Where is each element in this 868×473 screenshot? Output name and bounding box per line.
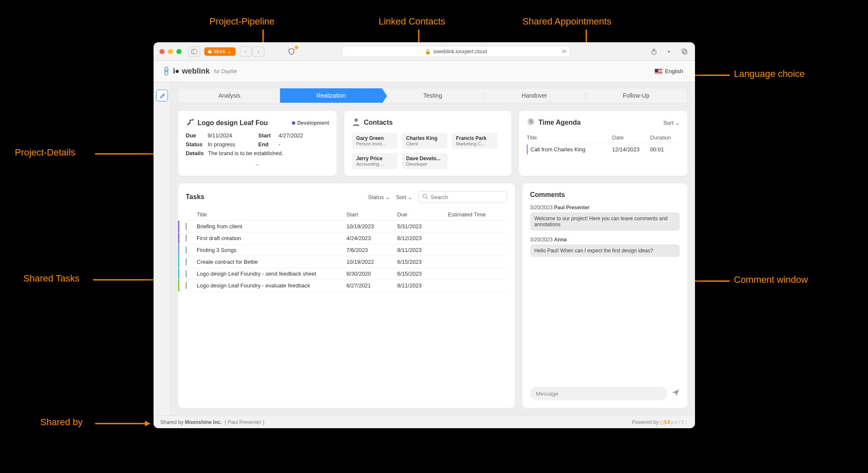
task-row[interactable]: Briefing from client 10/19/2023 5/31/202… [186, 221, 507, 232]
contact-name: Francis Park [456, 135, 493, 141]
task-start: 10/19/2022 [346, 259, 397, 265]
svg-marker-15 [145, 421, 150, 426]
task-row[interactable]: Logo design Leaf Foundry - evaluate feed… [186, 280, 507, 292]
expand-details-button[interactable]: ⌄ [186, 161, 329, 167]
agenda-col-date: Date [612, 134, 650, 141]
contacts-card: Contacts Gary GreenPerson invol...Charle… [344, 111, 511, 176]
end-value: - [279, 141, 330, 148]
privacy-shield-button[interactable] [286, 46, 297, 57]
svg-point-23 [354, 118, 358, 122]
chevron-down-icon: ⌄ [408, 194, 412, 200]
close-window-button[interactable] [159, 49, 165, 54]
tab-work[interactable]: Work ⌄ [204, 47, 236, 56]
svg-rect-19 [209, 50, 211, 51]
share-button[interactable] [649, 48, 659, 55]
comment-author: Paul Presenter [554, 205, 590, 211]
task-start: 6/27/2021 [346, 282, 397, 289]
project-details-card: Logo design Leaf Fou Development Due 9/1… [178, 111, 337, 176]
comment-text: Welcome to our project! Here you can lea… [530, 212, 680, 231]
svg-line-26 [426, 198, 428, 199]
task-row[interactable]: First draft creation 4/24/2023 6/12/2023 [186, 232, 507, 244]
task-title: Finding 3 Songs [197, 247, 346, 253]
tabs-overview-button[interactable] [680, 48, 689, 55]
browser-window: Work ⌄ ‹ › 🔒 ioweblink.iosxpert.cloud ⟳ … [154, 42, 695, 428]
contact-chip[interactable]: Gary GreenPerson invol... [352, 133, 398, 149]
contact-role: Developer [406, 161, 443, 167]
svg-rect-22 [683, 50, 687, 54]
comment-placeholder: Message [536, 391, 558, 397]
tasks-col-due: Due [397, 211, 448, 218]
brand-subtitle: for Daylite [214, 68, 237, 74]
tasks-col-est: Estimated Time [448, 211, 507, 218]
stage-testing[interactable]: Testing [382, 88, 483, 103]
task-title: First draft creation [197, 235, 346, 241]
comment-input[interactable]: Message [530, 387, 667, 400]
tasks-sort-button[interactable]: Sort ⌄ [396, 194, 412, 200]
stage-handover[interactable]: Handover [483, 88, 585, 103]
svg-point-25 [423, 194, 427, 198]
task-start: 10/19/2023 [346, 223, 397, 230]
task-due: 6/12/2023 [397, 235, 448, 241]
task-checkbox[interactable] [186, 223, 187, 230]
task-row[interactable]: Create contract for Bettie 10/19/2022 6/… [186, 256, 507, 268]
minimize-window-button[interactable] [168, 49, 173, 54]
url-bar[interactable]: 🔒 ioweblink.iosxpert.cloud ⟳ [342, 46, 570, 57]
contact-role: Marketing C... [456, 141, 493, 146]
task-title: Create contract for Bettie [197, 259, 346, 265]
task-checkbox[interactable] [186, 270, 187, 277]
send-comment-button[interactable] [671, 388, 680, 399]
stage-analysis[interactable]: Analysis [179, 88, 280, 103]
task-title: Logo design Leaf Foundry - send feedback… [197, 271, 346, 277]
task-row[interactable]: Logo design Leaf Foundry - send feedback… [186, 268, 507, 280]
annotation-contacts: Linked Contacts [379, 16, 445, 27]
stage-followup[interactable]: Follow-Up [585, 88, 687, 103]
task-checkbox[interactable] [186, 235, 187, 242]
contact-chip[interactable]: Dave Develo...Developer [402, 153, 448, 169]
app-header: 🔗 i● weblink for Daylite English [154, 61, 695, 82]
task-checkbox[interactable] [186, 258, 187, 265]
task-checkbox[interactable] [186, 282, 187, 289]
fullscreen-window-button[interactable] [176, 49, 181, 54]
contact-chip[interactable]: Charles KingClient [402, 133, 448, 149]
forward-button[interactable]: › [253, 46, 264, 57]
task-due: 6/15/2023 [397, 271, 448, 277]
tasks-search-input[interactable] [431, 194, 503, 200]
tasks-search-box[interactable] [418, 191, 507, 203]
tasks-title: Tasks [186, 193, 204, 201]
agenda-sort-button[interactable]: Sort ⌄ [663, 120, 680, 126]
agenda-col-duration: Duration [650, 134, 680, 141]
agenda-row[interactable]: Call from Charles King12/14/202300:01 [527, 145, 680, 154]
comments-title: Comments [530, 191, 565, 199]
language-selector[interactable]: English [651, 66, 687, 76]
contact-chip[interactable]: Francis ParkMarketing C... [452, 133, 497, 149]
comment-date: 3/20/2023 [530, 205, 552, 211]
tasks-status-filter[interactable]: Status ⌄ [368, 194, 390, 200]
task-due: 5/31/2023 [397, 223, 448, 230]
task-row[interactable]: Finding 3 Songs 7/6/2023 8/11/2023 [186, 244, 507, 256]
back-button[interactable]: ‹ [240, 46, 252, 57]
flag-us-icon [655, 69, 662, 74]
task-checkbox[interactable] [186, 246, 187, 254]
task-start: 4/24/2023 [346, 235, 397, 241]
category-dot-icon [292, 121, 295, 125]
due-value: 9/11/2024 [208, 132, 258, 139]
stage-realization[interactable]: Realization [280, 88, 382, 103]
left-rail [154, 82, 170, 416]
tab-label: Work [214, 49, 225, 55]
language-label: English [665, 68, 683, 74]
svg-rect-16 [192, 49, 197, 54]
agenda-row-date: 12/14/2023 [612, 146, 650, 153]
new-tab-button[interactable]: ＋ [665, 48, 674, 55]
sidebar-toggle-button[interactable] [188, 46, 200, 57]
powered-by-label: Powered by [632, 419, 659, 425]
refresh-icon[interactable]: ⟳ [562, 49, 566, 55]
tasks-col-start: Start [346, 211, 397, 218]
powered-by-logo: □SXpert: [660, 419, 688, 425]
end-label: End [258, 141, 279, 148]
rail-tools-button[interactable] [156, 90, 168, 101]
contact-chip[interactable]: Jerry PriceAccounting ... [352, 153, 398, 169]
chevron-down-icon: ⌄ [385, 194, 390, 200]
task-due: 8/11/2023 [397, 282, 448, 289]
traffic-lights [159, 49, 181, 54]
tasks-col-title: Title [197, 211, 346, 218]
